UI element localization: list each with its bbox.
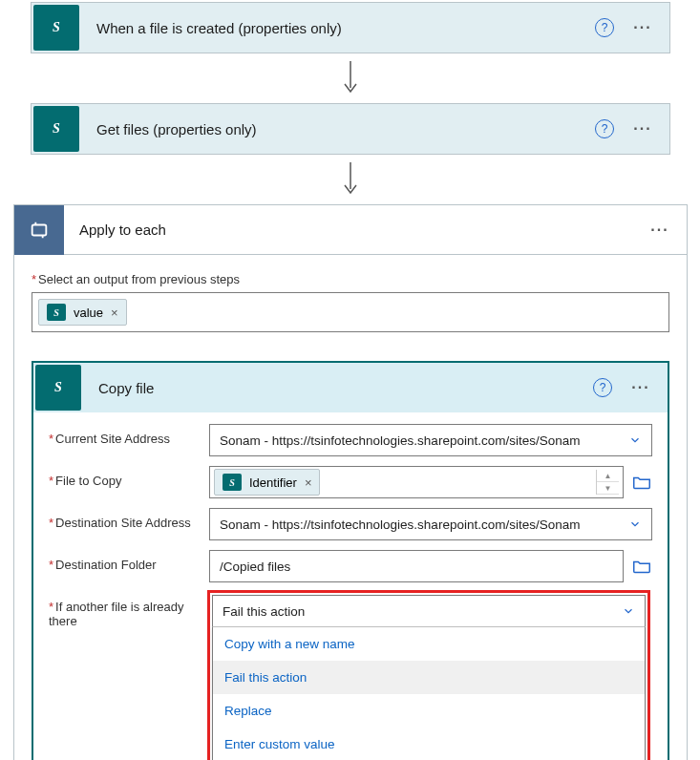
flow-arrow-icon <box>2 162 698 197</box>
card-title: When a file is created (properties only) <box>81 20 595 36</box>
folder-picker-icon[interactable] <box>631 466 652 498</box>
dropdown-option-replace[interactable]: Replace <box>213 694 645 728</box>
file-to-copy-label: File to Copy <box>49 466 209 488</box>
loop-icon <box>14 205 64 255</box>
conflict-value: Fail this action <box>223 604 305 619</box>
help-icon[interactable]: ? <box>593 378 612 397</box>
trigger-card[interactable]: S When a file is created (properties onl… <box>31 2 670 53</box>
more-icon[interactable]: ··· <box>629 19 656 36</box>
svg-rect-2 <box>32 224 47 235</box>
sharepoint-icon: S <box>47 304 66 321</box>
card-title: Get files (properties only) <box>81 121 595 137</box>
more-icon[interactable]: ··· <box>647 222 673 239</box>
apply-to-each-container: Apply to each ··· Select an output from … <box>13 204 688 760</box>
sharepoint-icon: S <box>223 474 242 491</box>
help-icon[interactable]: ? <box>595 119 614 138</box>
sharepoint-icon: S <box>33 106 79 152</box>
dropdown-option-fail[interactable]: Fail this action <box>213 661 645 694</box>
dynamic-token-value[interactable]: S value × <box>38 299 127 326</box>
action-card-getfiles[interactable]: S Get files (properties only) ? ··· <box>31 103 670 155</box>
step-down[interactable]: ▼ <box>597 482 619 495</box>
dest-site-label: Destination Site Address <box>49 508 209 530</box>
conflict-select[interactable]: Fail this action <box>212 595 646 627</box>
site-address-value: Sonam - https://tsinfotechnologies.share… <box>220 433 580 448</box>
card-header: S When a file is created (properties onl… <box>32 3 669 53</box>
dest-folder-label: Destination Folder <box>49 550 209 572</box>
conflict-dropdown: Copy with a new name Fail this action Re… <box>212 626 646 760</box>
card-header: S Get files (properties only) ? ··· <box>32 104 669 154</box>
token-label: Identifier <box>249 475 297 490</box>
card-header[interactable]: S Copy file ? ··· <box>33 363 668 412</box>
dest-site-value: Sonam - https://tsinfotechnologies.share… <box>220 517 580 532</box>
flow-arrow-icon <box>2 61 698 95</box>
card-title: Copy file <box>83 380 593 396</box>
dest-folder-input[interactable]: /Copied files <box>209 550 624 582</box>
remove-token-icon[interactable]: × <box>111 306 118 320</box>
dynamic-token-identifier[interactable]: S Identifier × <box>214 469 320 496</box>
container-header[interactable]: Apply to each ··· <box>14 205 687 255</box>
chevron-down-icon <box>628 517 642 531</box>
output-label: Select an output from previous steps <box>32 272 669 286</box>
conflict-label: If another file is already there <box>49 592 209 628</box>
token-label: value <box>74 306 103 320</box>
output-input[interactable]: S value × <box>32 292 669 332</box>
help-icon[interactable]: ? <box>595 18 614 37</box>
stepper[interactable]: ▲▼ <box>596 470 619 495</box>
highlighted-area: Fail this action Copy with a new name Fa… <box>207 590 650 760</box>
more-icon[interactable]: ··· <box>629 120 656 137</box>
site-address-select[interactable]: Sonam - https://tsinfotechnologies.share… <box>209 424 652 456</box>
container-title: Apply to each <box>64 222 647 238</box>
remove-token-icon[interactable]: × <box>305 475 312 490</box>
more-icon[interactable]: ··· <box>627 379 654 396</box>
chevron-down-icon <box>628 433 642 447</box>
dropdown-option-custom[interactable]: Enter custom value <box>213 728 645 760</box>
sharepoint-icon: S <box>33 5 79 51</box>
site-address-label: Current Site Address <box>49 424 209 446</box>
folder-picker-icon[interactable] <box>631 550 652 582</box>
step-up[interactable]: ▲ <box>597 470 619 482</box>
dest-site-select[interactable]: Sonam - https://tsinfotechnologies.share… <box>209 508 652 540</box>
dest-folder-value: /Copied files <box>220 559 290 574</box>
file-to-copy-input[interactable]: S Identifier × ▲▼ <box>209 466 624 498</box>
dropdown-option-copy-new-name[interactable]: Copy with a new name <box>213 627 645 661</box>
action-card-copyfile: S Copy file ? ··· Current Site Address S… <box>32 361 669 760</box>
chevron-down-icon <box>622 604 635 618</box>
sharepoint-icon: S <box>35 365 81 411</box>
